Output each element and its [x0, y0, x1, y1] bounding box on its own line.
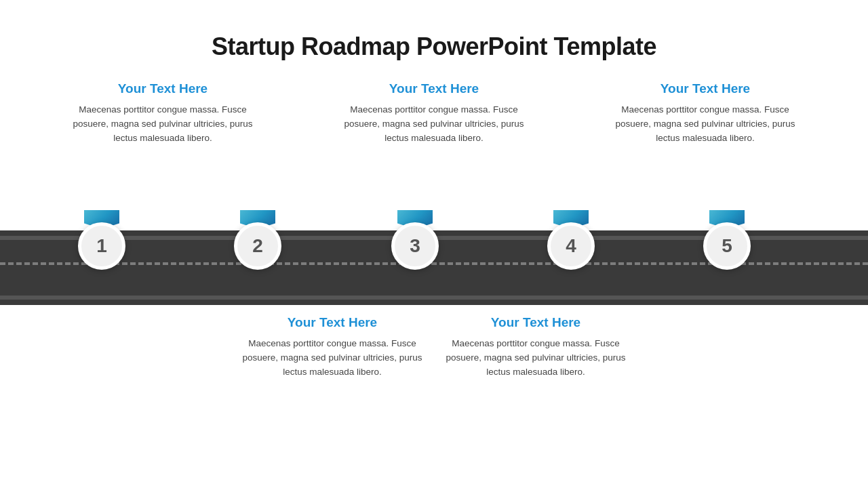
milestone-number-4: 4 [547, 222, 595, 270]
milestone-number-3: 3 [391, 222, 439, 270]
heading-4: Your Text Here [441, 315, 631, 330]
top-content-section: Your Text Here Maecenas porttitor congue… [0, 81, 868, 146]
heading-2: Your Text Here [237, 315, 427, 330]
content-block-3: Your Text Here Maecenas porttitor congue… [339, 81, 529, 146]
content-block-4: Your Text Here Maecenas porttitor congue… [441, 315, 631, 380]
milestone-4: 4 [551, 210, 591, 247]
content-block-2: Your Text Here Maecenas porttitor congue… [237, 315, 427, 380]
milestone-number-5: 5 [703, 222, 751, 270]
content-block-1: Your Text Here Maecenas porttitor congue… [68, 81, 258, 146]
body-text-2: Maecenas porttitor congue massa. Fusce p… [237, 337, 427, 380]
spacer-1 [34, 315, 224, 380]
heading-3: Your Text Here [339, 81, 529, 96]
heading-1: Your Text Here [68, 81, 258, 96]
milestone-2: 2 [237, 210, 278, 247]
body-text-5: Maecenas porttitor congue massa. Fusce p… [610, 103, 800, 146]
milestone-1: 1 [81, 210, 122, 247]
page: Startup Roadmap PowerPoint Template Your… [0, 0, 868, 488]
milestone-number-1: 1 [78, 222, 125, 270]
body-text-3: Maecenas porttitor congue massa. Fusce p… [339, 103, 529, 146]
milestone-3: 3 [395, 210, 435, 247]
page-title: Startup Roadmap PowerPoint Template [0, 0, 868, 61]
spacer-2 [644, 315, 834, 380]
content-block-5: Your Text Here Maecenas porttitor congue… [610, 81, 800, 146]
heading-5: Your Text Here [610, 81, 800, 96]
milestone-5: 5 [707, 210, 747, 247]
milestone-number-2: 2 [234, 222, 281, 270]
body-text-1: Maecenas porttitor congue massa. Fusce p… [68, 103, 258, 146]
road-section: 1 2 3 4 [0, 230, 868, 305]
bottom-content-section: Your Text Here Maecenas porttitor congue… [0, 315, 868, 380]
body-text-4: Maecenas porttitor congue massa. Fusce p… [441, 337, 631, 380]
